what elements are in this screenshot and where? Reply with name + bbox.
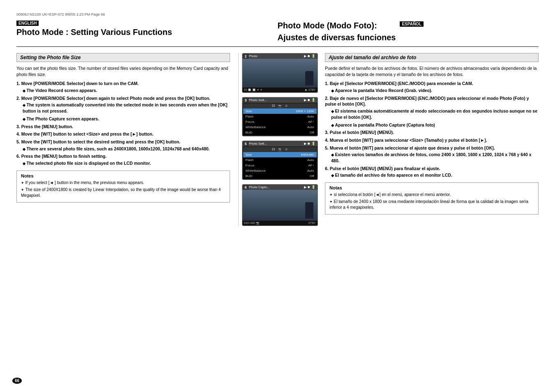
screen-6-bottom-right: STBY [308, 221, 315, 225]
english-steps-list: 1. Move [POWER/MODE Selector] down to tu… [16, 81, 230, 166]
spanish-badge: ESPAÑOL [400, 21, 424, 27]
es-step-1-sub: Aparece la pantalla Video Record (Grab. … [331, 88, 539, 94]
s5-menu-focus-value: AF↑ [308, 164, 314, 167]
spanish-step-3: 3. Pulse el botón [MENU] (MENÚ). [325, 129, 539, 136]
step-2-sub: The system is automatically converted in… [23, 102, 230, 122]
screen-3-icons: ▶ ⏺ 🔋 [304, 98, 315, 102]
english-badge: ENGLISH [16, 21, 39, 26]
step-4-text: Move the [W/T] button to select <Size> a… [21, 131, 154, 136]
spanish-step-6: 6. Pulse el botón [MENU] (MENÚ) para fin… [325, 166, 539, 178]
screen-6-figure [305, 202, 313, 219]
step-1-text: Move [POWER/MODE Selector] down to turn … [21, 81, 139, 86]
english-step-5: 5. Move the [W/T] button to select the d… [16, 139, 230, 152]
step-1-sub: The Video Record screen appears. [23, 88, 230, 94]
screen-3-menu-items: Size 1600 × 1200 Flash Auto Focus AF↑ [243, 108, 317, 135]
spanish-page-title-line1: Photo Mode (Modo Foto): [278, 21, 396, 30]
menu-wb-value: Auto [307, 125, 314, 129]
english-notes-title: Notes [21, 173, 226, 178]
tab-icon-1: 🎞 [272, 104, 275, 108]
es-step-3-text: Pulse el botón [MENU] (MENÚ). [330, 130, 394, 135]
spanish-notes-box: Notas si selecciona el botón [◄] en el m… [325, 182, 539, 214]
screen-5-icons: ▶ ⏺ 🔋 [304, 142, 315, 145]
screen-3-container: 3 📷 Photo Sett... ▶ ⏺ 🔋 🎞 📷 ⚙ [242, 97, 318, 136]
screen-3-badge: 3 [243, 98, 249, 103]
screen-2-photo-bg [242, 59, 318, 88]
english-notes-list: If you select [◄ ] button in the menu, t… [21, 180, 226, 198]
screen-2-bottom-right: ▶ STBY [305, 88, 315, 92]
screen-6-container: 6 📷 Photo Captu... ▶ ⏺ 🔋 640×480 📷 STBY [242, 184, 318, 226]
screen-2-bottom-bar: 99 🔲 🔲 ✦ ✦ ▶ STBY [242, 88, 318, 92]
es-step-2-text: Baje de nuevo el [Selector POWER/MODE] (… [325, 96, 529, 107]
tab-icon-3: ⚙ [285, 104, 288, 108]
page-number: 66 [12, 378, 22, 384]
es-step-2-sub-1: El sistema cambia automáticamente al mod… [331, 108, 539, 120]
english-column: Setting the Photo file Size You can set … [16, 53, 239, 226]
english-step-3: 3. Press the [MENU] button. [16, 124, 230, 130]
screen-6: 📷 Photo Captu... ▶ ⏺ 🔋 640×480 📷 STBY [242, 184, 318, 226]
spanish-notes-title: Notas [329, 185, 534, 190]
s5-menu-item-flash: Flash Auto [243, 157, 317, 163]
screens-column: 2 📷 Photo ▶ ⏺ 🔋 99 🔲 🔲 ✦ ✦ ▶ STBY [239, 53, 321, 226]
spanish-notes-list: si selecciona el botón [◄] en el menú, a… [329, 192, 534, 210]
menu-wb-label: WhiteBalance [246, 125, 266, 129]
step-3-number: 3. [16, 124, 20, 129]
screen-2-bottom-left: 99 🔲 🔲 ✦ ✦ [244, 88, 263, 92]
s5-menu-item-focus: Focus AF↑ [243, 163, 317, 168]
step-2-text: Move [POWER/MODE Selector] down again to… [21, 96, 210, 101]
s5-menu-size-value: 640X480 [301, 153, 314, 157]
screen-5-menu-tabs: 🎞 📷 ⚙ [243, 147, 317, 152]
screen-5-topbar: 📷 Photo Sett... ▶ ⏺ 🔋 [242, 141, 318, 146]
english-notes-box: Notes If you select [◄ ] button in the m… [16, 171, 230, 203]
s5-menu-item-bud: BUD Off [243, 173, 317, 179]
menu-size-label: Size [246, 109, 252, 113]
spanish-step-4: 4. Mueva el botón [W/T] para seleccionar… [325, 137, 539, 143]
screen-6-badge: 6 [243, 185, 249, 190]
step-3-text: Press the [MENU] button. [21, 124, 74, 129]
es-step-2-sub-2: Aparece la pantalla Photo Capture (Captu… [331, 122, 539, 128]
spanish-step-1: 1. Baje el [Selector POWER/MODE] (ENC./M… [325, 81, 539, 93]
step-2-sub-2: The Photo Capture screen appears. [23, 116, 230, 122]
screen-3-menu-tabs: 🎞 📷 ⚙ [243, 104, 317, 108]
english-note-2: The size of 2400X1800 is created by Line… [21, 187, 226, 198]
step-1-sub-1: The Video Record screen appears. [23, 88, 230, 94]
s5-menu-item-size-highlighted: Size 640X480 [243, 152, 317, 157]
english-step-6: 6. Press the [MENU] button to finish set… [16, 153, 230, 166]
title-right: Photo Mode (Modo Foto): Ajustes de diver… [278, 21, 539, 44]
menu-size-value: 1600 × 1200 [296, 109, 314, 113]
menu-item-size-highlighted: Size 1600 × 1200 [243, 108, 317, 114]
s5-menu-item-wb: WhiteBalance Auto [243, 168, 317, 173]
english-intro: You can set the photo files size. The nu… [16, 65, 230, 77]
es-step-6-sub-1: El tamaño del archivo de foto aparece en… [331, 172, 539, 178]
page: 00906J M2100 UK+ESP-072 9/8/05 1:23 PM P… [0, 0, 555, 392]
spanish-step-2: 2. Baje de nuevo el [Selector POWER/MODE… [325, 95, 539, 128]
step-5-number: 5. [16, 139, 20, 144]
english-page-title: Photo Mode : Setting Various Functions [16, 27, 278, 37]
step-2-number: 2. [16, 96, 20, 101]
s5-menu-bud-label: BUD [246, 174, 253, 178]
menu-bud-label: BUD [246, 131, 253, 134]
step-6-text: Press the [MENU] button to finish settin… [21, 154, 107, 159]
step-2-sub-1: The system is automatically converted in… [23, 102, 230, 114]
screen-5: 📷 Photo Sett... ▶ ⏺ 🔋 🎞 📷 ⚙ Size 6 [242, 141, 318, 180]
screen-6-topbar: 📷 Photo Captu... ▶ ⏺ 🔋 [242, 184, 318, 190]
screen-5-container: 5 📷 Photo Sett... ▶ ⏺ 🔋 🎞 📷 ⚙ [242, 141, 318, 180]
menu-item-bud: BUD Off [243, 130, 317, 135]
step-6-sub-1: The selected photo file size is displaye… [23, 160, 230, 166]
menu-item-flash: Flash Auto [243, 114, 317, 119]
es-step-5-number: 5. [325, 145, 329, 150]
s5-tab-icon-3: ⚙ [285, 148, 288, 151]
header-meta: 00906J M2100 UK+ESP-072 9/8/05 1:23 PM P… [16, 12, 539, 16]
s5-menu-bud-value: Off [310, 174, 314, 178]
step-5-sub: There are several photo file sizes, such… [23, 146, 230, 152]
es-step-4-text: Mueva el botón [W/T] para seleccionar <S… [330, 138, 487, 143]
es-step-6-number: 6. [325, 166, 329, 171]
es-step-2-sub: El sistema cambia automáticamente al mod… [331, 108, 539, 128]
title-right-inner: Photo Mode (Modo Foto): Ajustes de diver… [278, 21, 424, 44]
step-5-sub-1: There are several photo file sizes, such… [23, 146, 230, 152]
menu-flash-label: Flash [246, 115, 254, 118]
spanish-column: Ajuste del tamaño del archivo de foto Pu… [321, 53, 539, 226]
screen-3-menu: 🎞 📷 ⚙ Size 1600 × 1200 Flash Auto [242, 103, 318, 136]
step-4-number: 4. [16, 131, 20, 136]
screen-3: 📷 Photo Sett... ▶ ⏺ 🔋 🎞 📷 ⚙ Size 1 [242, 97, 318, 136]
spanish-section-title: Ajuste del tamaño del archivo de foto [325, 53, 539, 62]
